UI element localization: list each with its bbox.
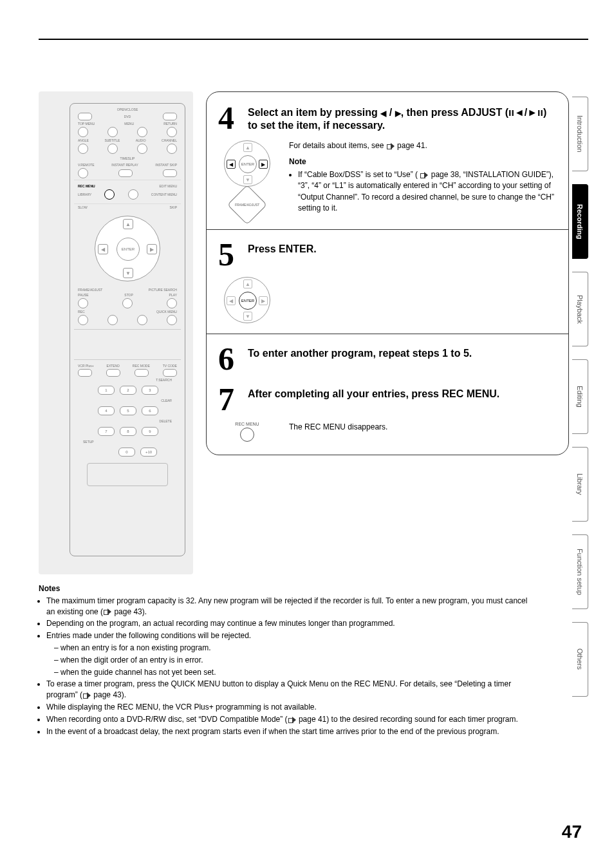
- note-item: To erase a timer program, press the QUIC…: [46, 679, 537, 701]
- page-ref-icon: [104, 609, 111, 615]
- step-number: 4: [218, 104, 241, 133]
- page-ref-icon: [420, 172, 428, 178]
- remote-illustration: OPEN/CLOSE DVD TOP MENUMENURETURN ANGLES…: [39, 91, 193, 574]
- page-ref-icon: [288, 717, 296, 723]
- page-number: 47: [562, 822, 582, 842]
- note-item: In the event of a broadcast delay, the n…: [46, 726, 537, 737]
- page-ref-icon: [83, 692, 91, 699]
- note-subitem: when the digit order of an entry is in e…: [54, 655, 537, 666]
- remote-dpad: ENTER ▲ ▼ ◀ ▶: [95, 216, 160, 281]
- notes-section: Notes The maximum timer program capacity…: [39, 583, 588, 737]
- note-item: When recording onto a DVD-R/RW disc, set…: [46, 714, 537, 725]
- steps-card: 4 Select an item by pressing / , then pr…: [206, 91, 569, 455]
- tab-others[interactable]: Others: [572, 622, 588, 697]
- step-5: 5 Press ENTER.: [218, 240, 557, 269]
- note-subitem: when an entry is for a non existing prog…: [54, 643, 537, 654]
- step4-illustration: ENTER ▲▼ ◀▶ FRAME/ADJUST: [218, 140, 276, 219]
- note-subitem: when the guide channel has not yet been …: [54, 667, 537, 678]
- step-title: After completing all your entries, press…: [248, 388, 499, 401]
- step7-illustration: REC MENU: [218, 422, 276, 442]
- step-number: 6: [218, 344, 241, 373]
- step-title: Press ENTER.: [248, 243, 317, 256]
- note-item: While displaying the REC MENU, the VCR P…: [46, 702, 537, 713]
- note-item: The maximum timer program capacity is 32…: [46, 596, 537, 618]
- step-7: 7 After completing all your entries, pre…: [218, 385, 557, 414]
- note-item: Entries made under the following conditi…: [46, 630, 537, 677]
- page-ref-icon: [387, 143, 395, 149]
- step5-illustration: ENTER ▲▼ ◀▶: [218, 277, 276, 323]
- step-4: 4 Select an item by pressing / , then pr…: [218, 104, 557, 133]
- step-number: 7: [218, 385, 241, 414]
- step-title: Select an item by pressing / , then pres…: [248, 106, 557, 132]
- step-number: 5: [218, 240, 241, 269]
- step-title: To enter another program, repeat steps 1…: [248, 347, 472, 360]
- step-6: 6 To enter another program, repeat steps…: [218, 344, 557, 373]
- note-item: Depending on the program, an actual reco…: [46, 618, 537, 629]
